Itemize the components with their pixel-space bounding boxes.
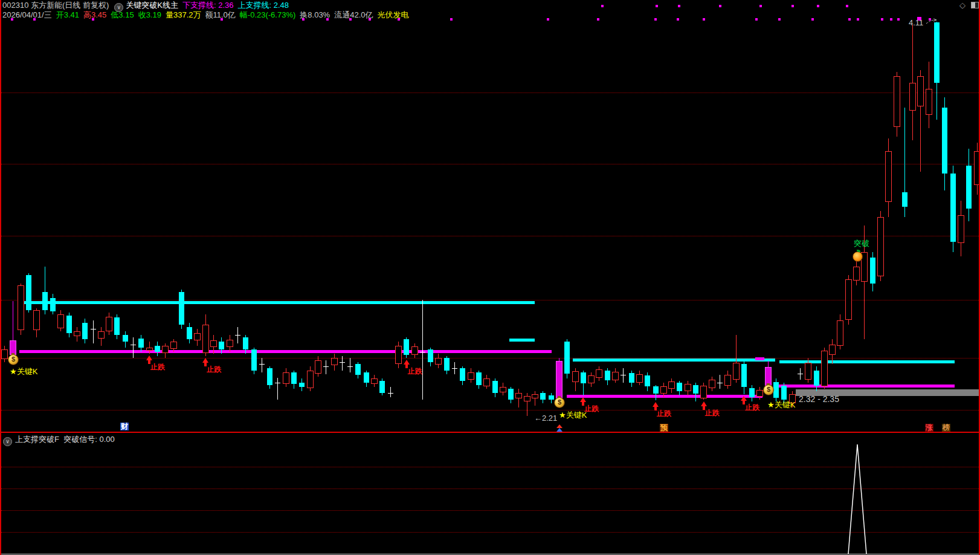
candle-doji-wick bbox=[390, 387, 391, 397]
chevron-circle-icon[interactable]: ∨ bbox=[3, 437, 12, 446]
candle-up bbox=[668, 381, 675, 389]
main-chart-pane[interactable] bbox=[0, 0, 980, 432]
candle-doji-wick bbox=[326, 360, 326, 375]
sub-indicator-name[interactable]: 上支撑突破F bbox=[15, 435, 59, 444]
key-candle-label: ★关键K bbox=[767, 400, 795, 411]
turnover-readout: 换8.03% bbox=[300, 10, 330, 19]
left-pane-border bbox=[0, 0, 1, 555]
candle-down bbox=[870, 258, 875, 284]
candle-down bbox=[251, 349, 257, 370]
signal-dot bbox=[677, 18, 679, 21]
candle-down bbox=[155, 346, 160, 352]
footer-marker-yu[interactable]: 预 bbox=[660, 424, 668, 432]
candle-doji-wick bbox=[93, 320, 94, 343]
signal-dot bbox=[755, 18, 758, 21]
candle-down bbox=[693, 385, 698, 394]
candle-down bbox=[291, 372, 297, 384]
signal-dot bbox=[601, 5, 604, 7]
split-window-icon[interactable] bbox=[971, 2, 979, 8]
candle-up bbox=[315, 360, 321, 374]
indicator-pane-header: ∨上支撑突破F 突破信号: 0.00 bbox=[2, 434, 115, 446]
main-indicator-name[interactable]: 关键突破K线主 bbox=[126, 1, 178, 10]
candle-down bbox=[187, 327, 192, 340]
candle-up bbox=[18, 285, 24, 330]
candle-up bbox=[572, 371, 579, 382]
sub-indicator-value: 突破信号: 0.00 bbox=[63, 435, 115, 444]
candle-down bbox=[814, 371, 819, 386]
signal-dot bbox=[857, 18, 859, 21]
signal-dot bbox=[450, 18, 453, 21]
candle-down bbox=[677, 383, 682, 391]
candle-up bbox=[685, 384, 691, 391]
sector-link[interactable]: 光伏发电 bbox=[378, 10, 409, 19]
pane-divider[interactable] bbox=[0, 432, 980, 433]
candle-down bbox=[460, 368, 465, 381]
candle-up bbox=[468, 372, 474, 380]
signal-dot bbox=[846, 5, 848, 7]
signal-dot bbox=[890, 18, 892, 21]
candle-doji bbox=[259, 364, 265, 365]
money-bag-icon: $ bbox=[554, 397, 565, 408]
candle-down bbox=[540, 393, 546, 399]
signal-dot bbox=[759, 5, 762, 7]
candle-doji bbox=[323, 366, 329, 367]
stop-fall-arrow-icon bbox=[653, 402, 659, 407]
breakout-orange-icon bbox=[853, 252, 863, 262]
candle-down bbox=[379, 381, 385, 394]
footer-marker-bang[interactable]: 榜 bbox=[942, 424, 950, 432]
candle-up bbox=[33, 310, 40, 330]
signal-dot bbox=[881, 18, 883, 21]
candle-down bbox=[26, 275, 31, 310]
candle-up bbox=[926, 89, 932, 115]
lower-support-line bbox=[755, 357, 764, 360]
diamond-icon[interactable]: ◇ bbox=[959, 1, 965, 10]
upper-support-line bbox=[509, 339, 535, 342]
candle-up bbox=[805, 363, 811, 380]
candle-down bbox=[629, 373, 634, 383]
upper-support-line bbox=[573, 359, 775, 362]
stop-fall-arrow-icon bbox=[580, 397, 586, 402]
price-range-label: 2.32 - 2.35 bbox=[799, 394, 839, 404]
candle-doji bbox=[347, 366, 353, 367]
amount-readout: 额11.0亿 bbox=[205, 10, 235, 19]
stop-fall-label: 止跌 bbox=[207, 365, 221, 375]
stop-fall-label: 止跌 bbox=[657, 409, 671, 419]
candle-up bbox=[853, 267, 860, 281]
high-label-arrow bbox=[926, 16, 941, 25]
stop-fall-label: 止跌 bbox=[705, 408, 720, 418]
candle-up bbox=[709, 380, 715, 388]
candle-down bbox=[773, 382, 779, 398]
candle-doji bbox=[388, 393, 393, 394]
candle-doji-wick bbox=[350, 358, 350, 372]
candle-down bbox=[355, 364, 361, 374]
candle-down bbox=[428, 349, 433, 362]
candle-up bbox=[909, 83, 916, 111]
footer-marker-zhang[interactable]: 涨 bbox=[925, 424, 933, 432]
candle-up bbox=[57, 314, 64, 328]
candle-down bbox=[942, 108, 947, 174]
signal-dot bbox=[811, 18, 814, 21]
footer-marker-cai[interactable]: 财 bbox=[120, 423, 129, 430]
stop-fall-arrow-icon bbox=[202, 358, 208, 363]
candle-up bbox=[733, 363, 740, 380]
candle-up bbox=[821, 351, 828, 386]
float-cap-readout: 流通42.0亿 bbox=[334, 10, 373, 19]
candle-up bbox=[435, 358, 442, 365]
candle-up bbox=[532, 394, 538, 398]
candle-up bbox=[106, 317, 112, 331]
upper-support-readout: 上支撑线: 2.48 bbox=[237, 1, 289, 10]
candle-down bbox=[444, 358, 450, 371]
signal-dot bbox=[597, 18, 599, 21]
candle-up bbox=[588, 375, 595, 383]
candle-up bbox=[515, 393, 522, 398]
candle-down bbox=[219, 342, 224, 350]
high-readout: 高3.45 bbox=[83, 10, 106, 19]
candle-up bbox=[612, 372, 619, 380]
candle-down bbox=[267, 368, 272, 385]
candle-up bbox=[146, 348, 153, 351]
candle-up bbox=[885, 151, 892, 202]
candle-down bbox=[653, 386, 659, 394]
candle-down bbox=[243, 337, 248, 350]
signal-dot bbox=[547, 18, 549, 21]
candle-doji bbox=[420, 352, 425, 352]
